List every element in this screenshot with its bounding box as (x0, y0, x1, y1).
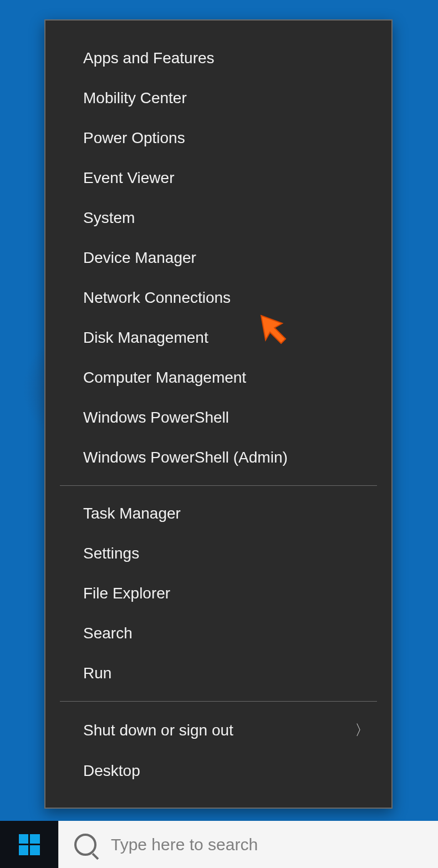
menu-item-file-explorer[interactable]: File Explorer (45, 573, 391, 613)
menu-item-apps-and-features[interactable]: Apps and Features (45, 38, 391, 78)
chevron-right-icon: 〉 (355, 720, 369, 740)
menu-item-system[interactable]: System (45, 198, 391, 238)
menu-item-shutdown[interactable]: Shut down or sign out 〉 (45, 709, 391, 751)
menu-item-task-manager[interactable]: Task Manager (45, 494, 391, 534)
menu-item-windows-powershell-admin[interactable]: Windows PowerShell (Admin) (45, 438, 391, 478)
menu-label: System (83, 209, 135, 227)
menu-label: Computer Management (83, 369, 246, 387)
menu-label: Desktop (83, 762, 140, 780)
menu-label: Task Manager (83, 505, 181, 522)
search-placeholder: Type here to search (111, 835, 258, 854)
menu-item-network-connections[interactable]: Network Connections (45, 278, 391, 318)
menu-label: Event Viewer (83, 169, 174, 187)
winx-context-menu: Apps and Features Mobility Center Power … (44, 19, 393, 809)
menu-item-device-manager[interactable]: Device Manager (45, 238, 391, 278)
menu-label: Disk Management (83, 329, 208, 347)
taskbar-search[interactable]: Type here to search (58, 821, 438, 868)
menu-item-run[interactable]: Run (45, 653, 391, 693)
windows-logo-icon (19, 834, 40, 855)
menu-label: Search (83, 625, 133, 642)
menu-divider (60, 701, 377, 702)
menu-label: Network Connections (83, 289, 231, 307)
menu-item-event-viewer[interactable]: Event Viewer (45, 158, 391, 198)
search-icon (74, 834, 96, 856)
menu-label: Device Manager (83, 249, 196, 267)
menu-label: Mobility Center (83, 89, 187, 107)
menu-label: File Explorer (83, 585, 170, 602)
menu-label: Shut down or sign out (83, 722, 233, 739)
start-button[interactable] (0, 821, 58, 868)
menu-label: Run (83, 664, 111, 682)
menu-label: Apps and Features (83, 49, 215, 67)
menu-label: Power Options (83, 129, 185, 147)
menu-item-settings[interactable]: Settings (45, 534, 391, 573)
menu-divider (60, 485, 377, 486)
menu-item-disk-management[interactable]: Disk Management (45, 318, 391, 358)
menu-item-search[interactable]: Search (45, 613, 391, 653)
menu-item-windows-powershell[interactable]: Windows PowerShell (45, 398, 391, 438)
menu-item-desktop[interactable]: Desktop (45, 751, 391, 791)
menu-item-computer-management[interactable]: Computer Management (45, 358, 391, 398)
menu-item-mobility-center[interactable]: Mobility Center (45, 78, 391, 118)
menu-label: Settings (83, 545, 139, 562)
menu-label: Windows PowerShell (83, 409, 229, 427)
menu-label: Windows PowerShell (Admin) (83, 449, 288, 466)
taskbar: Type here to search (0, 821, 438, 868)
menu-item-power-options[interactable]: Power Options (45, 118, 391, 158)
